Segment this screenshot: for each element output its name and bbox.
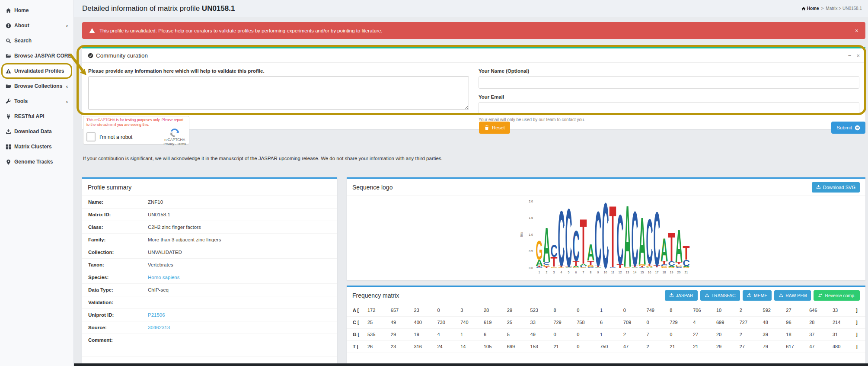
svg-text:16: 16 (648, 271, 651, 274)
curation-header: Community curation − × (82, 48, 865, 63)
profile-row-label: Family: (82, 237, 148, 242)
svg-text:A: A (542, 218, 550, 273)
sidebar-item-home[interactable]: Home (3, 4, 71, 17)
svg-text:7: 7 (582, 271, 584, 274)
matrix-row-label: T [ (347, 340, 366, 353)
svg-text:A: A (623, 199, 631, 277)
matrix-cell: 23 (389, 340, 412, 353)
recaptcha-icon (170, 128, 179, 138)
matrix-cell: 7 (645, 328, 668, 340)
matrix-cell: 79 (761, 340, 785, 353)
sidebar-item-unvalidated-profiles[interactable]: Unvalidated Profiles (3, 64, 71, 77)
curation-textarea-label: Please provide any information here whic… (88, 68, 469, 74)
profile-row-species: Species:Homo sapiens (82, 271, 337, 284)
sidebar-item-tools[interactable]: Tools‹ (3, 95, 71, 108)
sidebar-item-browse-jaspar-core[interactable]: Browse JASPAR CORE (3, 49, 71, 62)
transfac-download-button[interactable]: TRANSFAC (700, 290, 740, 301)
svg-text:A: A (587, 240, 594, 265)
sidebar-item-about[interactable]: About‹ (3, 19, 71, 32)
matrix-cell: 619 (482, 316, 505, 328)
svg-text:6: 6 (575, 271, 577, 274)
chevron-left-icon: ‹ (66, 22, 68, 29)
recaptcha-widget: This reCAPTCHA is for testing purposes o… (83, 116, 189, 144)
profile-row-data-type: Data Type:ChIP-seq (82, 284, 337, 296)
recaptcha-checkbox[interactable] (86, 132, 96, 141)
svg-text:15: 15 (640, 271, 644, 274)
profile-row-label: Data Type: (82, 287, 148, 292)
close-icon[interactable]: × (856, 52, 860, 59)
minimize-icon[interactable]: − (848, 52, 852, 59)
download-icon (669, 293, 674, 298)
svg-text:T: T (580, 205, 587, 277)
profile-row-label: Taxon: (82, 262, 148, 267)
name-field[interactable] (479, 76, 859, 89)
matrix-cell: 28 (482, 304, 505, 316)
sidebar-item-label: About (14, 22, 29, 29)
svg-text:T: T (668, 224, 675, 270)
svg-text:19: 19 (670, 271, 673, 274)
profile-summary-panel: Profile summary Name:ZNF10Matrix ID:UN01… (82, 177, 337, 363)
matrix-cell: 0 (622, 304, 645, 316)
profile-row-value: C2H2 zinc finger factors (148, 225, 201, 230)
svg-text:C: C (653, 199, 660, 277)
profile-row-name: Name:ZNF10 (82, 196, 337, 209)
sidebar-item-restful-api[interactable]: RESTful API (3, 110, 71, 123)
matrix-cell: 0 (435, 304, 459, 316)
topbar: Detailed information of matrix profile U… (74, 0, 868, 17)
recaptcha-label: I'm not a robot (99, 134, 132, 140)
alert-close-icon[interactable]: × (855, 27, 858, 34)
sequence-logo-panel: Sequence logo Download SVG 0.00.51.01.52… (347, 177, 865, 280)
profile-row-value: Vertebrates (148, 262, 173, 267)
profile-row-taxon: Taxon:Vertebrates (82, 259, 337, 271)
download-svg-button[interactable]: Download SVG (812, 182, 860, 193)
breadcrumb-home-link[interactable]: Home (801, 6, 819, 11)
matrix-cell: 709 (622, 316, 645, 328)
chevron-left-icon: ‹ (66, 98, 68, 105)
recaptcha-privacy-terms-links[interactable]: Privacy - Terms (163, 142, 186, 146)
curation-textarea[interactable] (88, 76, 469, 110)
matrix-cell: 8 (552, 304, 575, 316)
svg-text:C: C (646, 206, 653, 277)
profile-summary-table: Name:ZNF10Matrix ID:UN0158.1Class:C2H2 z… (82, 196, 337, 356)
profile-row-source: Source:30462313 (82, 321, 337, 334)
submit-button[interactable]: Submit (831, 122, 865, 134)
sidebar-item-genome-tracks[interactable]: Genome Tracks (3, 155, 71, 168)
profile-row-value-link[interactable]: P21506 (148, 312, 165, 318)
download-icon (747, 293, 752, 298)
matrix-cell: 740 (459, 316, 482, 328)
frequency-matrix-header: Frequency matrix JASPARTRANSFACMEMERAW P… (347, 287, 865, 304)
svg-text:C: C (550, 241, 557, 260)
jaspar-download-button[interactable]: JASPAR (665, 290, 698, 301)
matrix-cell: 25 (366, 316, 389, 328)
profile-row-comment: Comment: (82, 334, 337, 356)
matrix-export-buttons: JASPARTRANSFACMEMERAW PFMReverse comp. (665, 290, 860, 301)
svg-text:C: C (565, 199, 572, 277)
home-icon (801, 6, 806, 11)
matrix-cell: 0 (668, 328, 691, 340)
matrix-cell: 730 (435, 316, 459, 328)
name-field-label: Your Name (Optional) (479, 68, 859, 74)
reset-button[interactable]: Reset (479, 122, 510, 134)
matrix-row-T: T [2623316241410569915321075047221212927… (347, 340, 865, 353)
matrix-cell: 706 (691, 304, 715, 316)
svg-text:2: 2 (546, 271, 547, 274)
sidebar-item-label: Home (14, 7, 29, 13)
email-field[interactable] (479, 102, 859, 115)
matrix-cell: 316 (412, 340, 436, 353)
matrix-row-A: A [1726572303282952380107498706102592276… (347, 304, 865, 316)
raw-pfm-download-button[interactable]: RAW PFM (774, 290, 811, 301)
sidebar-item-matrix-clusters[interactable]: Matrix Clusters (3, 140, 71, 153)
svg-text:G: G (536, 235, 542, 266)
sidebar-item-download-data[interactable]: Download Data (3, 125, 71, 138)
profile-row-value-link[interactable]: 30462313 (148, 325, 170, 330)
reverse-complement-button[interactable]: Reverse comp. (814, 290, 860, 301)
trash-icon (484, 125, 489, 130)
matrix-cell: 26 (366, 340, 389, 353)
sidebar-item-search[interactable]: Search (3, 34, 71, 47)
profile-row-label: Matrix ID: (82, 212, 148, 217)
meme-download-button[interactable]: MEME (743, 290, 772, 301)
matrix-cell: 657 (389, 304, 412, 316)
sidebar-item-browse-collections[interactable]: Browse Collections‹ (3, 80, 71, 93)
matrix-cell: 105 (482, 340, 505, 353)
profile-row-value-link[interactable]: Homo sapiens (148, 275, 180, 280)
